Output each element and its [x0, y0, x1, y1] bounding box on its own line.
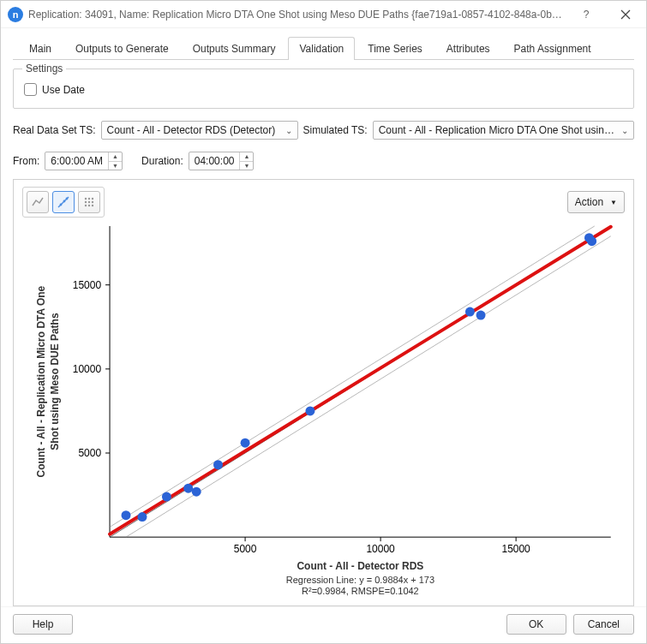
sim-ts-select[interactable]: Count - All - Replication Micro DTA One … — [373, 121, 634, 140]
tab-path-assignment[interactable]: Path Assignment — [503, 37, 602, 60]
svg-point-9 — [92, 201, 93, 203]
tab-outputs-to-generate[interactable]: Outputs to Generate — [64, 37, 180, 60]
ok-button[interactable]: OK — [506, 614, 566, 635]
scatter-plot: 5000100001500050001000015000Count - All … — [22, 218, 625, 602]
svg-point-40 — [476, 311, 486, 320]
tab-attributes[interactable]: Attributes — [435, 37, 501, 60]
svg-point-5 — [88, 198, 90, 200]
svg-point-35 — [192, 487, 201, 497]
svg-point-8 — [88, 201, 90, 203]
scatter-chart-icon[interactable] — [52, 191, 75, 213]
svg-point-36 — [213, 460, 223, 469]
svg-text:R²=0.9984, RMSPE=0.1042: R²=0.9984, RMSPE=0.1042 — [302, 586, 419, 596]
help-titlebar-button[interactable]: ? — [569, 3, 603, 27]
svg-text:10000: 10000 — [73, 363, 102, 375]
svg-text:10000: 10000 — [366, 543, 395, 555]
duration-label: Duration: — [141, 155, 183, 167]
svg-point-32 — [137, 512, 147, 522]
real-ts-value: Count - All - Detector RDS (Detector) — [107, 124, 279, 136]
svg-point-42 — [587, 236, 596, 246]
svg-text:15000: 15000 — [73, 279, 102, 291]
spinner-down-icon[interactable]: ▼ — [240, 162, 253, 170]
cancel-button[interactable]: Cancel — [573, 614, 634, 635]
svg-text:5000: 5000 — [78, 447, 101, 459]
action-label: Action — [575, 196, 603, 208]
svg-point-10 — [85, 205, 87, 206]
svg-line-28 — [110, 226, 595, 527]
svg-point-7 — [85, 201, 87, 203]
svg-point-11 — [88, 205, 90, 206]
tab-bar: Main Outputs to Generate Outputs Summary… — [13, 37, 634, 60]
settings-legend: Settings — [22, 63, 66, 75]
svg-point-39 — [465, 307, 475, 317]
svg-point-31 — [122, 510, 131, 520]
svg-point-6 — [92, 198, 93, 200]
from-time-spinner[interactable]: 6:00:00 AM ▲▼ — [45, 152, 123, 170]
duration-value: 04:00:00 — [189, 152, 240, 170]
sim-ts-label: Simulated TS: — [303, 124, 368, 136]
svg-point-37 — [241, 438, 250, 448]
help-button[interactable]: Help — [13, 614, 73, 635]
svg-text:5000: 5000 — [234, 543, 257, 555]
svg-point-12 — [92, 205, 93, 206]
close-button[interactable] — [608, 3, 643, 27]
spinner-down-icon[interactable]: ▼ — [109, 162, 122, 170]
tab-time-series[interactable]: Time Series — [356, 37, 434, 60]
from-time-value: 6:00:00 AM — [45, 152, 108, 170]
svg-point-38 — [305, 406, 315, 415]
real-ts-label: Real Data Set TS: — [13, 124, 96, 136]
svg-point-33 — [162, 492, 171, 502]
svg-text:Count - All - Detector RDS: Count - All - Detector RDS — [297, 560, 423, 572]
svg-point-2 — [63, 200, 66, 203]
use-date-label: Use Date — [42, 84, 85, 96]
svg-point-34 — [183, 484, 193, 493]
tab-main[interactable]: Main — [18, 37, 63, 60]
real-ts-select[interactable]: Count - All - Detector RDS (Detector) ⌄ — [101, 121, 298, 140]
svg-point-1 — [60, 204, 63, 206]
spinner-up-icon[interactable]: ▲ — [109, 152, 122, 162]
tab-outputs-summary[interactable]: Outputs Summary — [182, 37, 287, 60]
app-icon: n — [8, 7, 23, 22]
svg-point-3 — [66, 198, 69, 200]
tab-validation[interactable]: Validation — [288, 37, 355, 60]
titlebar: n Replication: 34091, Name: Replication … — [1, 1, 646, 28]
spinner-up-icon[interactable]: ▲ — [240, 152, 253, 162]
action-button[interactable]: Action ▼ — [567, 191, 625, 213]
svg-text:Regression Line: y = 0.9884x +: Regression Line: y = 0.9884x + 173 — [286, 575, 434, 585]
chevron-down-icon: ⌄ — [284, 126, 294, 135]
chart-panel: Action ▼ 5000100001500050001000015000Cou… — [13, 179, 634, 606]
caret-down-icon: ▼ — [610, 199, 617, 206]
settings-group: Settings Use Date — [13, 69, 634, 109]
chart-mode-group — [22, 187, 105, 218]
grid-chart-icon[interactable] — [78, 191, 100, 213]
chevron-down-icon: ⌄ — [620, 126, 630, 135]
use-date-checkbox[interactable] — [24, 83, 37, 96]
svg-text:Count - All - Replication Micr: Count - All - Replication Micro DTA OneS… — [35, 285, 61, 477]
duration-spinner[interactable]: 04:00:00 ▲▼ — [189, 152, 255, 170]
window-title: Replication: 34091, Name: Replication Mi… — [28, 9, 564, 21]
svg-point-4 — [85, 198, 87, 200]
from-label: From: — [13, 155, 39, 167]
sim-ts-value: Count - All - Replication Micro DTA One … — [379, 124, 614, 136]
svg-text:15000: 15000 — [501, 543, 530, 555]
line-chart-icon[interactable] — [27, 191, 49, 213]
close-icon — [620, 9, 631, 20]
